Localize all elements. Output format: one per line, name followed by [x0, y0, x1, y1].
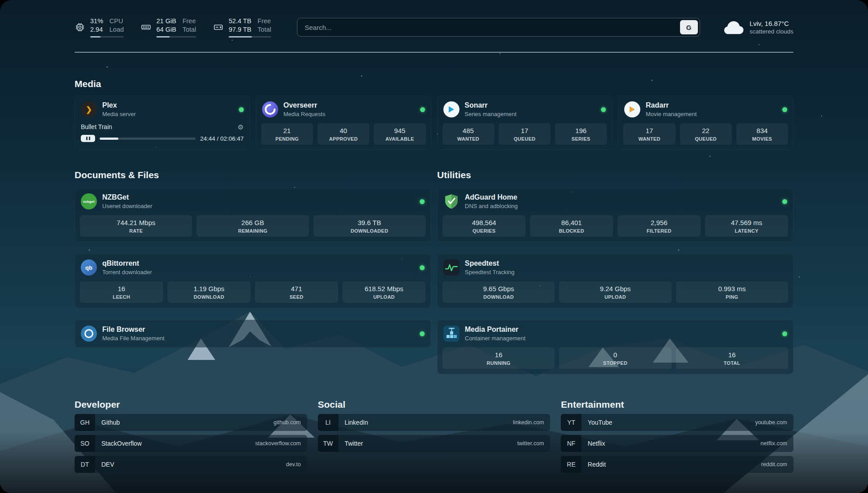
pause-icon[interactable]: [81, 135, 95, 142]
service-subtitle: Media server: [102, 111, 136, 117]
gear-icon[interactable]: ⚙: [238, 124, 243, 130]
bookmark-github[interactable]: GH Github github.com: [75, 414, 307, 431]
bookmark-name: YouTube: [588, 419, 612, 426]
service-subtitle: Speedtest Tracking: [465, 269, 514, 276]
status-dot: [420, 199, 425, 204]
weather-condition: scattered clouds: [750, 28, 793, 35]
bookmark-abbr: LI: [318, 414, 338, 431]
stat-stopped: 0STOPPED: [559, 347, 671, 369]
service-card-sonarr[interactable]: Sonarr Series management 485WANTED 17QUE…: [437, 96, 613, 150]
status-dot: [782, 199, 787, 204]
service-card-speedtest[interactable]: Speedtest Speedtest Tracking 9.65 GbpsDO…: [437, 254, 793, 308]
memory-total-label: Total: [183, 25, 196, 34]
bookmark-domain: github.com: [274, 419, 301, 426]
memory-free-value: 21 GiB: [156, 17, 176, 25]
resource-widgets: 31% 2.94 CPU Load: [75, 17, 271, 38]
cpu-label: CPU: [109, 17, 124, 25]
service-card-nzbget[interactable]: nzbget NZBGet Usenet downloader 744.21 M…: [75, 188, 431, 242]
portainer-icon: [443, 326, 459, 342]
status-dot: [601, 107, 606, 112]
header: 31% 2.94 CPU Load: [75, 14, 793, 40]
cpu-icon: [75, 22, 85, 33]
service-subtitle: DNS and adblocking: [465, 203, 518, 209]
bookmark-domain: dev.to: [286, 461, 301, 468]
bookmark-abbr: YT: [561, 414, 581, 431]
bookmark-abbr: SO: [75, 435, 95, 452]
service-name: qBittorrent: [102, 259, 152, 267]
memory-free-label: Free: [183, 17, 196, 25]
cpu-load-label: Load: [109, 25, 124, 34]
stat-remaining: 266 GBREMAINING: [196, 215, 309, 237]
disk-icon: [213, 22, 224, 33]
service-subtitle: Series management: [465, 111, 517, 117]
disk-progress-bar: [229, 36, 271, 38]
stat-approved: 40APPROVED: [317, 123, 369, 145]
status-dot: [782, 107, 787, 112]
bookmarks: Developer GH Github github.com SO StackO…: [75, 399, 793, 491]
filebrowser-icon: [81, 326, 97, 342]
service-card-overseerr[interactable]: Overseerr Media Requests 21PENDING 40APP…: [256, 96, 431, 150]
bookmark-stackoverflow[interactable]: SO StackOverflow stackoverflow.com: [75, 435, 307, 452]
service-card-radarr[interactable]: Radarr Movie management 17WANTED 22QUEUE…: [618, 96, 793, 150]
status-dot: [420, 331, 425, 336]
adguard-icon: [443, 193, 459, 209]
bookmark-youtube[interactable]: YT YouTube youtube.com: [561, 414, 793, 431]
bookmark-name: Reddit: [588, 461, 605, 468]
service-name: Radarr: [646, 101, 697, 109]
cpu-widget: 31% 2.94 CPU Load: [75, 17, 124, 38]
service-subtitle: Media File Management: [102, 335, 164, 342]
service-name: Overseerr: [284, 101, 326, 109]
disk-total-value: 97.9 TB: [229, 25, 251, 34]
service-card-filebrowser[interactable]: File Browser Media File Management: [75, 320, 431, 347]
bookmark-dev[interactable]: DT DEV dev.to: [75, 456, 307, 473]
memory-widget: 21 GiB 64 GiB Free Total: [141, 17, 196, 38]
section-title-media: Media: [75, 79, 793, 89]
bookmark-domain: stackoverflow.com: [255, 440, 301, 447]
disk-free-value: 52.4 TB: [229, 17, 251, 25]
media-grid: ❯ Plex Media server Bullet Train ⚙ 24:44…: [75, 96, 793, 150]
service-subtitle: Media Requests: [284, 111, 326, 117]
bookmark-group-developer: Developer GH Github github.com SO StackO…: [75, 399, 307, 473]
radarr-icon: [624, 101, 640, 117]
status-dot: [782, 331, 787, 336]
service-subtitle: Usenet downloader: [102, 203, 152, 209]
playback-track: [100, 138, 196, 140]
disk-free-label: Free: [258, 17, 271, 25]
service-name: Sonarr: [465, 101, 517, 109]
service-card-portainer[interactable]: Media Portainer Container management 16R…: [437, 320, 793, 374]
stat-filtered: 2,956FILTERED: [618, 215, 701, 237]
service-card-plex[interactable]: ❯ Plex Media server Bullet Train ⚙ 24:44…: [75, 96, 250, 150]
service-name: Media Portainer: [465, 326, 526, 334]
service-subtitle: Torrent downloader: [102, 269, 152, 276]
stat-queries: 498,564QUERIES: [442, 215, 526, 237]
bookmark-reddit[interactable]: RE Reddit reddit.com: [561, 456, 793, 473]
sonarr-icon: [443, 101, 459, 117]
stat-queued: 22QUEUED: [680, 123, 732, 145]
bookmark-linkedin[interactable]: LI LinkedIn linkedin.com: [318, 414, 551, 431]
stat-wanted: 485WANTED: [442, 123, 494, 145]
service-card-qbittorrent[interactable]: qb qBittorrent Torrent downloader 16LEEC…: [75, 254, 431, 308]
stat-wanted: 17WANTED: [623, 123, 675, 145]
stat-pending: 21PENDING: [261, 123, 313, 145]
service-card-adguard[interactable]: AdGuard Home DNS and adblocking 498,564Q…: [437, 188, 793, 242]
now-playing-title: Bullet Train: [81, 123, 112, 130]
search-provider-button[interactable]: G: [680, 20, 698, 34]
stat-blocked: 86,401BLOCKED: [530, 215, 613, 237]
bookmark-name: Twitter: [345, 440, 363, 447]
weather-location: Lviv, 16.87°C: [750, 20, 793, 27]
stat-rate: 744.21 MbpsRATE: [80, 215, 192, 237]
stat-available: 945AVAILABLE: [374, 123, 426, 145]
cpu-load-value: 2.94: [90, 25, 103, 34]
bookmark-netflix[interactable]: NF Netflix netflix.com: [561, 435, 793, 452]
search-input[interactable]: [297, 18, 700, 37]
plex-icon: ❯: [81, 101, 97, 117]
bookmark-abbr: GH: [75, 414, 95, 431]
stat-movies: 834MOVIES: [736, 123, 788, 145]
service-name: Speedtest: [465, 259, 514, 267]
cloud-icon: [723, 20, 744, 35]
service-name: File Browser: [102, 326, 164, 334]
section-title-documents: Documents & Files: [75, 170, 431, 180]
bookmark-twitter[interactable]: TW Twitter twitter.com: [318, 435, 551, 452]
speedtest-icon: [443, 259, 459, 276]
bookmark-name: DEV: [101, 461, 114, 468]
